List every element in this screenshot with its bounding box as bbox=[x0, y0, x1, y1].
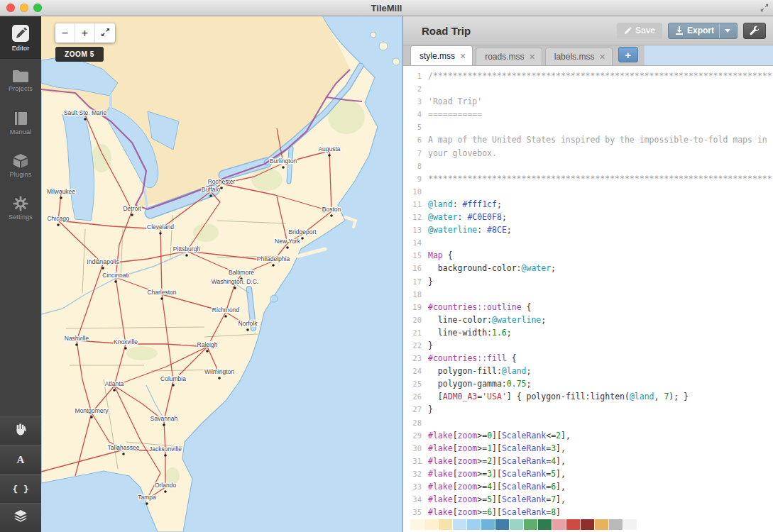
palette-swatch[interactable] bbox=[581, 519, 594, 530]
code-line: 22} bbox=[403, 339, 773, 352]
line-number: 10 bbox=[403, 185, 428, 198]
zoom-level-tooltip: ZOOM 5 bbox=[55, 47, 104, 62]
svg-text:Atlanta: Atlanta bbox=[105, 380, 124, 387]
sidebar-item-editor[interactable]: Editor bbox=[0, 16, 41, 59]
svg-text:Cincinnati: Cincinnati bbox=[102, 272, 128, 279]
svg-text:Nashville: Nashville bbox=[65, 335, 89, 342]
sidebar-nav: EditorProjectsManualPluginsSettings bbox=[0, 16, 41, 229]
code-line: 17} bbox=[403, 275, 773, 288]
tool-layers-button[interactable] bbox=[0, 503, 41, 532]
tab-close-icon[interactable]: × bbox=[460, 51, 466, 61]
code-line: 31#lake[zoom>=2][ScaleRank=4], bbox=[403, 455, 773, 467]
tab-close-icon[interactable]: × bbox=[530, 52, 535, 62]
svg-text:Chicago: Chicago bbox=[47, 215, 69, 222]
svg-text:Jacksonville: Jacksonville bbox=[149, 445, 182, 453]
line-number: 27 bbox=[403, 403, 428, 416]
code-line: 3'Road Trip' bbox=[403, 95, 773, 108]
palette-swatch[interactable] bbox=[439, 519, 452, 530]
palette-swatch[interactable] bbox=[495, 519, 509, 530]
code-line: 24 polygon-fill:@land; bbox=[403, 365, 773, 377]
line-number: 32 bbox=[403, 467, 428, 480]
palette-swatch[interactable] bbox=[467, 519, 481, 530]
palette-swatch[interactable] bbox=[609, 519, 623, 530]
code-line: 21 line-width:1.6; bbox=[403, 326, 773, 339]
palette-swatch[interactable] bbox=[510, 519, 523, 530]
folder-icon bbox=[12, 69, 29, 83]
sidebar-item-plugins[interactable]: Plugins bbox=[0, 144, 41, 187]
tool-carto-button[interactable]: { } bbox=[0, 474, 41, 503]
sidebar-item-projects[interactable]: Projects bbox=[0, 59, 41, 101]
export-button[interactable]: Export bbox=[668, 23, 738, 39]
svg-text:Rochester: Rochester bbox=[208, 178, 236, 185]
close-window-button[interactable] bbox=[6, 4, 15, 12]
map-preview[interactable]: Sault Ste. MarieMilwaukeeChicagoDetroitC… bbox=[41, 16, 402, 532]
code-line: 2 bbox=[403, 82, 773, 95]
code-line: 1/**************************************… bbox=[403, 70, 773, 82]
sidebar-item-label: Projects bbox=[9, 85, 33, 92]
code-line: 33#lake[zoom>=4][ScaleRank=6], bbox=[403, 480, 773, 493]
editor-panel: Road Trip Save Export style.mss×roads.ms… bbox=[402, 16, 773, 532]
braces-icon: { } bbox=[12, 484, 28, 494]
export-button-label: Export bbox=[687, 26, 714, 35]
fullscreen-icon[interactable] bbox=[760, 4, 769, 12]
tool-pan-button[interactable] bbox=[0, 416, 41, 445]
project-title: Road Trip bbox=[410, 25, 611, 37]
line-number: 3 bbox=[403, 95, 428, 108]
palette-swatch[interactable] bbox=[552, 519, 566, 530]
svg-text:Richmond: Richmond bbox=[212, 306, 240, 314]
code-line: 35#lake[zoom>=6][ScaleRank=8] bbox=[403, 506, 773, 516]
palette-swatch[interactable] bbox=[424, 519, 438, 530]
chevron-down-icon[interactable] bbox=[725, 29, 730, 33]
project-settings-button[interactable] bbox=[743, 23, 766, 39]
code-line: 34#lake[zoom>=5][ScaleRank=7], bbox=[403, 493, 773, 506]
tab-close-icon[interactable]: × bbox=[599, 52, 605, 62]
palette-swatch[interactable] bbox=[453, 519, 466, 530]
palette-swatch[interactable] bbox=[538, 519, 552, 530]
code-line: 14 bbox=[403, 236, 773, 249]
line-number: 25 bbox=[403, 377, 428, 390]
svg-text:Detroit: Detroit bbox=[123, 205, 141, 212]
tab-label: labels.mss bbox=[554, 52, 595, 62]
sidebar-item-settings[interactable]: Settings bbox=[0, 187, 41, 229]
sidebar-item-label: Manual bbox=[10, 128, 32, 135]
pencil-icon bbox=[624, 27, 632, 35]
line-number: 11 bbox=[403, 198, 428, 211]
zoom-window-button[interactable] bbox=[33, 4, 42, 12]
tab-style-mss[interactable]: style.mss× bbox=[410, 45, 473, 65]
palette-swatch[interactable] bbox=[524, 519, 537, 530]
code-line: 13@waterline: #8CE; bbox=[403, 223, 773, 236]
save-button[interactable]: Save bbox=[617, 23, 662, 39]
palette-swatch[interactable] bbox=[623, 519, 637, 530]
svg-text:Washington, D.C.: Washington, D.C. bbox=[212, 278, 258, 285]
svg-text:Baltimore: Baltimore bbox=[229, 269, 254, 276]
sidebar-item-manual[interactable]: Manual bbox=[0, 101, 41, 144]
line-number: 30 bbox=[403, 442, 428, 455]
code-line: 19#countries::outline { bbox=[403, 301, 773, 314]
map-canvas[interactable]: Sault Ste. MarieMilwaukeeChicagoDetroitC… bbox=[41, 16, 402, 532]
tab-roads-mss[interactable]: roads.mss× bbox=[476, 48, 542, 65]
code-line: 15Map { bbox=[403, 249, 773, 262]
line-number: 21 bbox=[403, 326, 428, 339]
palette-swatch[interactable] bbox=[566, 519, 580, 530]
line-number: 6 bbox=[403, 133, 428, 146]
line-number: 24 bbox=[403, 365, 428, 377]
svg-text:Sault Ste. Marie: Sault Ste. Marie bbox=[64, 109, 107, 116]
line-number: 34 bbox=[403, 493, 428, 506]
add-tab-button[interactable]: + bbox=[618, 47, 638, 62]
palette-swatch[interactable] bbox=[410, 519, 424, 530]
code-line: 23#countries::fill { bbox=[403, 352, 773, 365]
tab-labels-mss[interactable]: labels.mss× bbox=[545, 48, 613, 65]
palette-swatch[interactable] bbox=[595, 519, 608, 530]
zoom-out-button[interactable]: − bbox=[55, 23, 75, 43]
button-divider bbox=[719, 23, 720, 38]
zoom-in-button[interactable]: + bbox=[75, 23, 95, 43]
minimize-window-button[interactable] bbox=[20, 4, 28, 12]
tool-fonts-button[interactable]: A bbox=[0, 445, 41, 474]
line-number: 4 bbox=[403, 108, 428, 121]
svg-text:Philadelphia: Philadelphia bbox=[257, 255, 290, 262]
svg-text:Norfolk: Norfolk bbox=[239, 320, 258, 327]
fullview-button[interactable] bbox=[95, 23, 115, 43]
code-editor[interactable]: 1/**************************************… bbox=[403, 66, 773, 516]
palette-swatch[interactable] bbox=[481, 519, 495, 530]
code-line: 32#lake[zoom>=3][ScaleRank=5], bbox=[403, 467, 773, 480]
